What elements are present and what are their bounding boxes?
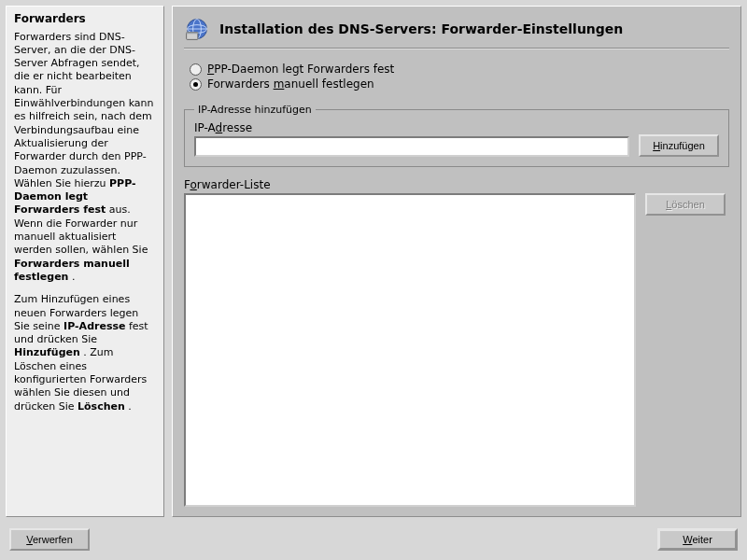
radio-ppp-daemon[interactable]: PPP-Daemon legt Forwarders fest [190, 63, 729, 76]
title-row: Installation des DNS-Servers: Forwarder-… [184, 16, 729, 49]
svg-rect-4 [187, 33, 198, 35]
main-panel: Installation des DNS-Servers: Forwarder-… [172, 6, 741, 517]
forwarder-list-area: Forwarder-Liste Löschen [184, 178, 729, 507]
wizard-buttons: Verwerfen Weiter [6, 517, 741, 554]
radio-ppp-label: PPP-Daemon legt Forwarders fest [207, 63, 394, 76]
help-para-2: Zum Hinzufügen eines neuen Forwarders le… [14, 293, 156, 413]
app-root: Forwarders Forwarders sind DNS-Server, a… [0, 0, 747, 560]
delete-button[interactable]: Löschen [645, 193, 726, 216]
add-button[interactable]: Hinzufügen [639, 134, 719, 157]
dns-globe-icon [184, 16, 210, 42]
add-ip-groupbox: IP-Adresse hinzufügen IP-Adresse Hinzufü… [184, 104, 729, 167]
add-ip-legend: IP-Adresse hinzufügen [194, 104, 316, 116]
ip-field-label: IP-Adresse [194, 121, 629, 134]
help-para-1: Forwarders sind DNS-Server, an die der D… [14, 31, 156, 285]
abort-button[interactable]: Verwerfen [9, 528, 90, 551]
ip-address-input[interactable] [194, 136, 629, 157]
ip-field-col: IP-Adresse [194, 121, 629, 157]
forwarder-list-label: Forwarder-Liste [184, 178, 729, 191]
forwarder-listbox[interactable] [184, 193, 636, 507]
top-area: Forwarders Forwarders sind DNS-Server, a… [6, 6, 741, 517]
add-ip-row: IP-Adresse Hinzufügen [194, 121, 719, 157]
radio-icon [190, 63, 202, 76]
list-side-buttons: Löschen [645, 193, 729, 507]
radio-manual[interactable]: Forwarders manuell festlegen [190, 77, 729, 91]
radio-icon [190, 78, 202, 91]
add-button-col: Hinzufügen [639, 134, 719, 157]
radio-manual-label: Forwarders manuell festlegen [207, 77, 374, 91]
forwarder-list-row: Löschen [184, 193, 729, 507]
help-panel: Forwarders Forwarders sind DNS-Server, a… [6, 6, 164, 517]
page-title: Installation des DNS-Servers: Forwarder-… [219, 21, 623, 36]
help-heading: Forwarders [14, 12, 156, 27]
next-button[interactable]: Weiter [657, 528, 738, 551]
forwarder-mode-group: PPP-Daemon legt Forwarders fest Forwarde… [190, 61, 729, 92]
